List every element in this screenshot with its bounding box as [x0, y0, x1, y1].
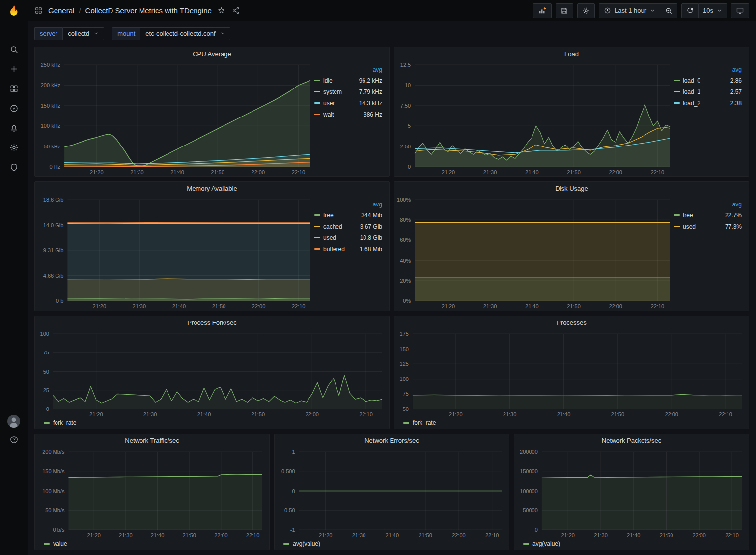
- svg-text:10: 10: [405, 82, 411, 88]
- svg-text:21:30: 21:30: [503, 411, 517, 417]
- svg-text:20%: 20%: [400, 278, 411, 284]
- zoom-out-button[interactable]: [660, 3, 677, 18]
- legend-series-name: system: [323, 88, 359, 95]
- legend-item-buffered[interactable]: buffered1.68 Mib: [314, 243, 383, 255]
- panel-header[interactable]: Processes: [394, 316, 749, 329]
- svg-text:200 Mb/s: 200 Mb/s: [42, 449, 65, 455]
- variable-mount-value[interactable]: etc-collectd-collectd.conf: [140, 27, 230, 40]
- sidebar-item-help[interactable]: [9, 435, 19, 444]
- chart-load[interactable]: 02.5057.501012.521:2021:3021:4021:5022:0…: [395, 60, 674, 175]
- panel-header[interactable]: Process Fork/sec: [35, 316, 389, 329]
- chart-process-fork[interactable]: 025507510021:2021:3021:4021:5022:0022:10: [37, 329, 386, 418]
- panel-title: Network Packets/sec: [602, 437, 661, 444]
- legend-item-cached[interactable]: cached3.67 Gib: [314, 221, 383, 232]
- legend-series-name: used: [323, 234, 360, 241]
- svg-text:22:00: 22:00: [214, 532, 228, 538]
- svg-text:100000: 100000: [520, 488, 538, 494]
- legend-item-avg(value)[interactable]: avg(value): [523, 540, 560, 547]
- svg-text:22:00: 22:00: [252, 303, 266, 309]
- share-button[interactable]: [231, 5, 241, 16]
- legend-series-value: 14.3 kHz: [359, 100, 383, 107]
- svg-text:0: 0: [535, 527, 538, 533]
- series-color-dash: [674, 214, 680, 216]
- sidebar-item-configuration[interactable]: [9, 143, 19, 152]
- svg-text:0%: 0%: [403, 298, 411, 304]
- panel-processes: Processes 507510012515017521:2021:3021:4…: [394, 316, 749, 429]
- series-color-dash: [314, 248, 320, 250]
- dashboard-settings-button[interactable]: [577, 3, 595, 18]
- series-color-dash: [314, 226, 320, 227]
- series-color-dash: [403, 422, 409, 424]
- legend-item-avg(value)[interactable]: avg(value): [283, 540, 320, 547]
- star-button[interactable]: [216, 5, 226, 16]
- panel-title: Disk Usage: [555, 185, 588, 192]
- breadcrumb-folder[interactable]: General: [48, 6, 74, 15]
- legend-avg-header: avg: [314, 201, 383, 208]
- panel-header[interactable]: CPU Average: [35, 47, 389, 60]
- legend-item-fork_rate[interactable]: fork_rate: [44, 419, 76, 426]
- panel-header[interactable]: Load: [394, 47, 749, 60]
- svg-text:50: 50: [403, 406, 409, 412]
- series-color-dash: [314, 114, 320, 115]
- legend-item-used[interactable]: used77.3%: [674, 221, 743, 232]
- add-panel-button[interactable]: [533, 3, 552, 18]
- legend-item-load_0[interactable]: load_02.86: [674, 75, 743, 86]
- sidebar-item-search[interactable]: [9, 45, 19, 54]
- chart-cpu-average[interactable]: 0 Hz50 kHz100 kHz150 kHz200 kHz250 kHz21…: [36, 60, 314, 175]
- svg-text:22:00: 22:00: [252, 169, 265, 175]
- chart-processes[interactable]: 507510012515017521:2021:3021:4021:5022:0…: [396, 329, 746, 418]
- app-root: General / CollectD Server Metrics with T…: [0, 0, 756, 555]
- legend-item-system[interactable]: system7.79 kHz: [314, 86, 383, 97]
- legend-item-user[interactable]: user14.3 kHz: [314, 97, 383, 109]
- grafana-logo[interactable]: [6, 3, 21, 18]
- legend-item-load_2[interactable]: load_22.38: [674, 97, 743, 109]
- refresh-interval-select[interactable]: 10s: [699, 3, 727, 18]
- panel-header[interactable]: Network Errors/sec: [275, 434, 509, 447]
- svg-text:0: 0: [408, 164, 411, 170]
- chart-memory-available[interactable]: 0 b4.66 Gib9.31 Gib14.0 Gib18.6 Gib21:20…: [36, 195, 314, 310]
- time-range-picker[interactable]: Last 1 hour: [599, 3, 660, 18]
- legend-item-fork_rate[interactable]: fork_rate: [403, 419, 436, 426]
- chart-disk-usage[interactable]: 0%20%40%60%80%100%21:2021:3021:4021:5022…: [395, 195, 674, 310]
- legend-series-value: 386 Hz: [364, 111, 383, 118]
- sidebar-item-explore[interactable]: [9, 104, 19, 113]
- chart-network-packets[interactable]: 05000010000015000020000021:2021:3021:402…: [516, 447, 746, 539]
- svg-text:21:20: 21:20: [561, 532, 575, 538]
- legend-item-free[interactable]: free22.7%: [674, 209, 743, 221]
- sidebar-item-create[interactable]: [9, 64, 19, 74]
- kiosk-mode-button[interactable]: [731, 3, 749, 18]
- panel-header[interactable]: Disk Usage: [394, 182, 749, 195]
- sidebar-item-dashboards[interactable]: [9, 84, 19, 93]
- svg-text:21:40: 21:40: [170, 169, 184, 175]
- series-color-dash: [314, 237, 320, 238]
- save-dashboard-button[interactable]: [556, 3, 573, 18]
- legend-item-used[interactable]: used10.8 Gib: [314, 232, 383, 243]
- svg-text:21:30: 21:30: [143, 411, 157, 417]
- sidebar-item-server-admin[interactable]: [9, 163, 19, 172]
- panel-title: Process Fork/sec: [187, 319, 236, 326]
- legend-item-free[interactable]: free344 Mib: [314, 209, 383, 221]
- chart-svg: 507510012515017521:2021:3021:4021:5022:0…: [396, 329, 746, 418]
- panel-header[interactable]: Network Packets/sec: [514, 434, 749, 447]
- svg-text:40%: 40%: [400, 258, 411, 263]
- legend-item-value[interactable]: value: [44, 540, 67, 547]
- chart-network-traffic[interactable]: 0 b/s50 Mb/s100 Mb/s150 Mb/s200 Mb/s21:2…: [37, 447, 266, 539]
- svg-text:21:30: 21:30: [119, 532, 133, 538]
- series-color-dash: [314, 80, 320, 81]
- chevron-down-icon: [650, 8, 655, 13]
- legend-item-idle[interactable]: idle96.2 kHz: [314, 75, 383, 86]
- legend-item-load_1[interactable]: load_12.57: [674, 86, 743, 97]
- svg-text:21:20: 21:20: [87, 532, 101, 538]
- chart-network-errors[interactable]: -1-0.5000.500121:2021:3021:4021:5022:002…: [277, 447, 506, 539]
- svg-text:21:30: 21:30: [352, 532, 366, 538]
- panel-header[interactable]: Memory Available: [35, 182, 389, 195]
- user-avatar[interactable]: [7, 415, 20, 428]
- variable-server-value[interactable]: collectd: [62, 27, 104, 40]
- legend-item-wait[interactable]: wait386 Hz: [314, 109, 383, 120]
- svg-text:21:40: 21:40: [172, 303, 186, 309]
- sidebar-item-alerting[interactable]: [9, 123, 19, 133]
- svg-text:100 Mb/s: 100 Mb/s: [42, 488, 65, 494]
- legend-series-name: avg(value): [293, 540, 320, 547]
- panel-header[interactable]: Network Traffic/sec: [35, 434, 269, 447]
- refresh-button[interactable]: [681, 3, 699, 18]
